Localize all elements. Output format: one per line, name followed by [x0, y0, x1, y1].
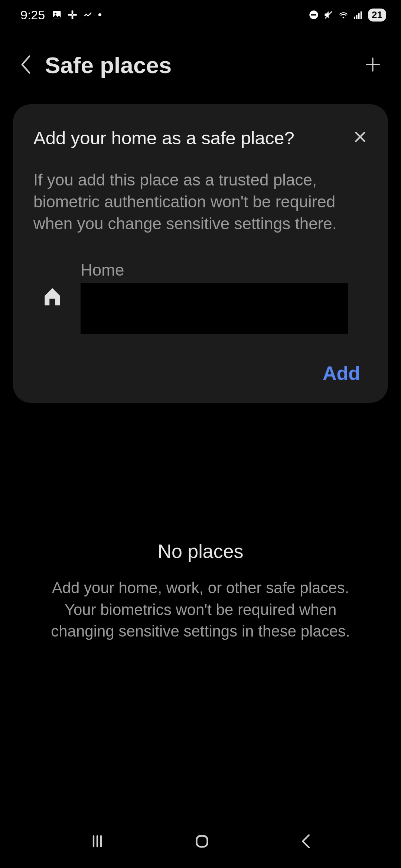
empty-description: Add your home, work, or other safe place… [37, 577, 364, 642]
system-nav-bar [0, 827, 401, 857]
home-label: Home [81, 261, 368, 279]
home-address-redacted [81, 283, 348, 334]
add-home-card: Add your home as a safe place? If you ad… [13, 104, 388, 403]
back-nav-icon [298, 832, 313, 850]
empty-state: No places Add your home, work, or other … [0, 540, 401, 642]
svg-rect-5 [354, 17, 355, 19]
recents-button[interactable] [88, 832, 106, 852]
svg-rect-8 [361, 11, 362, 19]
signal-icon [353, 10, 363, 20]
status-right: 21 [309, 9, 386, 22]
chevron-left-icon [19, 54, 32, 75]
mute-icon [323, 10, 334, 20]
status-time: 9:25 [20, 8, 45, 22]
back-button[interactable] [19, 54, 32, 76]
status-bar: 9:25 21 [0, 0, 401, 30]
add-place-button[interactable] [363, 55, 382, 76]
dnd-icon [309, 10, 319, 20]
battery-badge: 21 [368, 9, 386, 22]
svg-rect-7 [358, 13, 360, 19]
status-left: 9:25 [20, 8, 101, 22]
home-button[interactable] [194, 833, 210, 851]
card-title: Add your home as a safe place? [33, 126, 294, 150]
plus-icon [363, 55, 382, 74]
wifi-icon [338, 10, 349, 20]
slack-icon [67, 10, 78, 20]
home-place-row: Home [33, 261, 368, 334]
page-title: Safe places [45, 52, 172, 78]
header: Safe places [0, 30, 401, 97]
svg-point-1 [55, 13, 56, 14]
svg-rect-3 [311, 14, 316, 16]
add-button[interactable]: Add [323, 362, 360, 384]
home-icon [41, 285, 64, 310]
dismiss-card-button[interactable] [353, 129, 368, 146]
svg-rect-6 [356, 15, 358, 19]
close-icon [353, 129, 368, 144]
empty-title: No places [37, 540, 364, 562]
recents-icon [88, 832, 106, 850]
svg-rect-9 [196, 836, 207, 846]
back-nav-button[interactable] [298, 832, 313, 852]
card-description: If you add this place as a trusted place… [33, 169, 368, 235]
more-indicator-icon [98, 13, 101, 16]
missed-call-icon [83, 10, 93, 20]
home-nav-icon [194, 833, 210, 849]
picture-icon [52, 10, 62, 20]
